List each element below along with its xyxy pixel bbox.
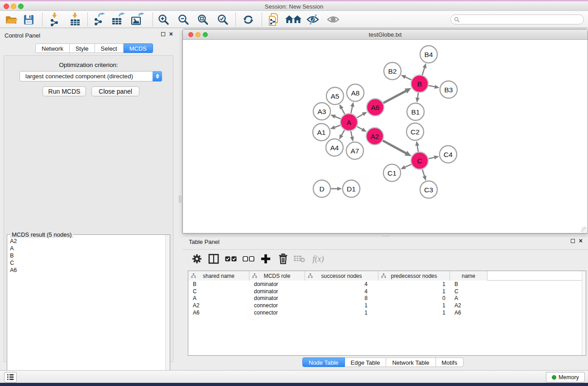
mcds-result-list[interactable]: A2ABCA6 [7,236,165,386]
graph-edge-A-A5[interactable] [342,108,345,114]
graph-edge-A-A8[interactable] [351,106,352,113]
column-header-shared-name[interactable]: shared name [188,271,249,281]
graph-node-label: D [319,185,324,193]
mcds-result-item[interactable]: A [10,245,165,252]
tab-node-table[interactable]: Node Table [302,357,345,367]
column-header-successor-nodes[interactable]: successor nodes [305,271,378,281]
graph-edge-A-A4[interactable] [341,130,344,135]
table-row[interactable]: Bdominator41B [188,281,586,288]
column-header-predecessor-nodes[interactable]: predecessor nodes [378,271,450,281]
clone-network-icon[interactable] [266,12,282,27]
graph-node-label: A8 [351,89,360,97]
float-panel-icon[interactable] [571,239,575,243]
zoom-selected-icon[interactable] [215,12,230,27]
tab-mcds[interactable]: MCDS [124,43,153,53]
tab-network-table[interactable]: Network Table [386,357,435,367]
graph-edge-A-A2[interactable] [357,127,363,130]
float-panel-icon[interactable] [161,32,165,36]
close-panel-icon[interactable]: × [579,238,583,243]
column-header-name[interactable]: name [450,271,488,281]
graph-edge-B-B2[interactable] [405,77,411,80]
import-network-icon[interactable] [47,12,62,27]
graph-edge-C-C4[interactable] [429,157,435,159]
table-row[interactable]: A6connector11A6 [188,309,586,316]
show-graphics-details-icon[interactable] [325,12,341,27]
graph-edge-B-B3[interactable] [429,86,435,87]
zoom-fit-icon[interactable] [195,12,210,27]
mcds-result-item[interactable]: A2 [10,238,165,245]
graph-node-label: A2 [371,133,379,140]
graph-node-label: C [417,157,422,165]
save-session-icon[interactable] [21,12,36,27]
tab-edge-table[interactable]: Edge Table [345,357,387,367]
criterion-value: largest connected component (directed) [20,73,153,80]
table-scrollbar[interactable] [582,271,586,355]
window-resize-grip[interactable] [581,227,587,233]
open-file-icon[interactable] [4,12,19,27]
zoom-in-icon[interactable] [156,12,171,27]
graph-edge-A-A6[interactable] [357,114,363,118]
mcds-result-item[interactable]: C [10,259,165,267]
graph-node-label: A5 [331,92,339,100]
deselect-all-icon[interactable] [241,251,256,267]
delete-table-icon[interactable] [292,251,307,267]
export-table-icon[interactable] [110,12,126,27]
apply-layout-icon[interactable] [240,12,256,27]
search-field[interactable] [450,14,584,24]
graph-edge-B-B4[interactable] [422,68,425,75]
select-all-icon[interactable] [223,251,239,267]
graph-edge-A2-C[interactable] [383,141,406,153]
import-table-icon[interactable] [67,12,83,27]
application-window: Session: New Session [0,0,588,386]
table-cell: 1 [378,281,450,287]
tab-style[interactable]: Style [70,43,95,53]
export-image-icon[interactable] [130,12,145,27]
delete-column-icon[interactable] [275,251,291,267]
control-panel: Control Panel × NetworkStyleSelectMCDS O… [0,29,177,364]
graph-edge-A-A7[interactable] [351,131,352,137]
graph-edge-C-C1[interactable] [405,164,411,167]
home-view-icon[interactable] [284,12,302,27]
search-input[interactable] [460,16,583,23]
function-builder-icon[interactable]: f(x) [309,251,327,267]
hide-unhide-icon[interactable] [305,12,320,27]
network-window-titlebar[interactable]: testGlobe.txt [183,29,588,40]
column-header-mcds-role[interactable]: MCDS role [249,271,305,281]
criterion-dropdown[interactable]: largest connected component (directed) [19,71,162,81]
table-cell: 1 [378,302,450,309]
graph-edge-C-C3[interactable] [422,169,425,176]
task-history-button[interactable] [4,372,17,382]
zoom-out-icon[interactable] [176,12,191,27]
mcds-result-item[interactable]: A6 [10,267,165,274]
graph-edge-A-A3[interactable] [335,117,341,119]
tab-network[interactable]: Network [35,43,70,53]
graph-edge-C-C2[interactable] [417,146,418,152]
graph-edge-A6-B[interactable] [383,91,406,103]
table-settings-icon[interactable] [189,251,205,267]
close-panel-icon[interactable]: × [169,32,173,36]
memory-button[interactable]: Memory [546,372,585,382]
table-row[interactable]: A2connector11A2 [188,302,586,309]
horizontal-split-handle[interactable] [382,234,389,236]
mcds-result-item[interactable]: B [10,252,165,259]
graph-edge-B-B1[interactable] [417,93,418,98]
add-column-icon[interactable] [258,251,273,267]
table-cell: A6 [188,310,249,316]
tab-motifs[interactable]: Motifs [436,357,464,367]
table-cell: A [450,295,488,301]
table-header-row: shared nameMCDS rolesuccessor nodesprede… [188,271,586,281]
vertical-split-handle[interactable] [179,195,182,203]
split-view-icon[interactable] [206,251,221,267]
run-mcds-button[interactable]: Run MCDS [43,86,86,96]
tab-select[interactable]: Select [95,43,124,53]
export-network-icon[interactable] [91,12,107,27]
table-cell: A [188,295,249,301]
network-canvas[interactable]: AA6A2BCA5A8A3A1A4A7B2B4B3B1C2C4C1C3DD1 [183,40,588,233]
close-panel-button[interactable]: Close panel [91,86,139,96]
graph-edge-A-A1[interactable] [335,125,340,128]
table-row[interactable]: Cdominator41C [188,288,586,295]
table-panel: Table Panel × [182,238,588,369]
graph-node-label: B3 [445,86,453,94]
table-row[interactable]: Adominator80A [188,295,586,302]
result-list-scrollbar[interactable] [165,235,170,386]
